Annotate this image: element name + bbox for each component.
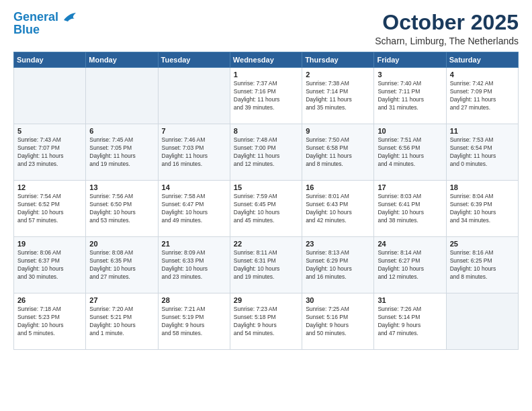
logo: General Blue (13, 11, 78, 37)
day-info: Sunrise: 8:06 AM Sunset: 6:37 PM Dayligh… (17, 249, 82, 281)
week-row-1: 5Sunrise: 7:43 AM Sunset: 7:07 PM Daylig… (14, 124, 519, 181)
logo-blue: Blue (13, 23, 78, 37)
day-info: Sunrise: 7:56 AM Sunset: 6:50 PM Dayligh… (89, 193, 154, 225)
logo-general: General (13, 10, 58, 24)
calendar-table: SundayMondayTuesdayWednesdayThursdayFrid… (13, 52, 519, 350)
day-number: 12 (17, 183, 82, 191)
day-number: 9 (306, 127, 370, 135)
week-row-3: 19Sunrise: 8:06 AM Sunset: 6:37 PM Dayli… (14, 237, 519, 293)
calendar-header-row: SundayMondayTuesdayWednesdayThursdayFrid… (14, 52, 519, 68)
header-tuesday: Tuesday (158, 52, 230, 68)
day-info: Sunrise: 8:03 AM Sunset: 6:41 PM Dayligh… (378, 193, 442, 225)
day-info: Sunrise: 8:11 AM Sunset: 6:31 PM Dayligh… (234, 249, 298, 281)
day-info: Sunrise: 7:37 AM Sunset: 7:16 PM Dayligh… (234, 80, 298, 112)
logo-text: General (13, 11, 78, 24)
calendar-cell: 23Sunrise: 8:13 AM Sunset: 6:29 PM Dayli… (302, 237, 374, 293)
day-number: 1 (234, 71, 298, 79)
day-info: Sunrise: 7:46 AM Sunset: 7:03 PM Dayligh… (162, 136, 226, 169)
day-info: Sunrise: 8:09 AM Sunset: 6:33 PM Dayligh… (162, 249, 226, 281)
calendar-cell: 11Sunrise: 7:53 AM Sunset: 6:54 PM Dayli… (446, 124, 518, 181)
calendar-cell: 19Sunrise: 8:06 AM Sunset: 6:37 PM Dayli… (14, 237, 86, 293)
day-info: Sunrise: 8:08 AM Sunset: 6:35 PM Dayligh… (89, 249, 154, 281)
location-subtitle: Scharn, Limburg, The Netherlands (375, 36, 519, 46)
calendar-cell: 12Sunrise: 7:54 AM Sunset: 6:52 PM Dayli… (14, 181, 86, 237)
day-number: 24 (378, 240, 442, 248)
day-number: 28 (162, 296, 226, 304)
day-info: Sunrise: 7:45 AM Sunset: 7:05 PM Dayligh… (89, 136, 154, 169)
day-info: Sunrise: 7:43 AM Sunset: 7:07 PM Dayligh… (17, 136, 82, 169)
day-info: Sunrise: 7:21 AM Sunset: 5:19 PM Dayligh… (162, 306, 226, 338)
day-info: Sunrise: 7:51 AM Sunset: 6:56 PM Dayligh… (378, 136, 442, 169)
calendar-header: General Blue October 2025 Scharn, Limbur… (13, 11, 519, 46)
calendar-cell: 18Sunrise: 8:04 AM Sunset: 6:39 PM Dayli… (446, 181, 518, 237)
day-number: 3 (378, 71, 442, 79)
day-info: Sunrise: 7:40 AM Sunset: 7:11 PM Dayligh… (378, 80, 442, 112)
title-block: October 2025 Scharn, Limburg, The Nether… (375, 11, 519, 46)
calendar-cell: 10Sunrise: 7:51 AM Sunset: 6:56 PM Dayli… (374, 124, 446, 181)
calendar-cell: 5Sunrise: 7:43 AM Sunset: 7:07 PM Daylig… (14, 124, 86, 181)
day-info: Sunrise: 8:01 AM Sunset: 6:43 PM Dayligh… (306, 193, 370, 225)
day-info: Sunrise: 7:58 AM Sunset: 6:47 PM Dayligh… (162, 193, 226, 225)
day-info: Sunrise: 7:18 AM Sunset: 5:23 PM Dayligh… (17, 306, 82, 338)
header-wednesday: Wednesday (230, 52, 302, 68)
calendar-cell: 29Sunrise: 7:23 AM Sunset: 5:18 PM Dayli… (230, 293, 302, 350)
day-number: 8 (234, 127, 298, 135)
day-number: 13 (89, 183, 154, 191)
header-friday: Friday (374, 52, 446, 68)
calendar-cell (158, 68, 230, 124)
calendar-cell: 1Sunrise: 7:37 AM Sunset: 7:16 PM Daylig… (230, 68, 302, 124)
calendar-cell: 31Sunrise: 7:26 AM Sunset: 5:14 PM Dayli… (374, 293, 446, 350)
calendar-cell: 6Sunrise: 7:45 AM Sunset: 7:05 PM Daylig… (86, 124, 158, 181)
day-info: Sunrise: 8:04 AM Sunset: 6:39 PM Dayligh… (450, 193, 515, 225)
day-number: 15 (234, 183, 298, 191)
header-monday: Monday (86, 52, 158, 68)
day-number: 5 (17, 127, 82, 135)
calendar-cell: 2Sunrise: 7:38 AM Sunset: 7:14 PM Daylig… (302, 68, 374, 124)
day-info: Sunrise: 7:26 AM Sunset: 5:14 PM Dayligh… (378, 306, 442, 338)
calendar-cell: 4Sunrise: 7:42 AM Sunset: 7:09 PM Daylig… (446, 68, 518, 124)
day-info: Sunrise: 7:23 AM Sunset: 5:18 PM Dayligh… (234, 306, 298, 338)
month-title: October 2025 (375, 11, 519, 34)
day-info: Sunrise: 7:25 AM Sunset: 5:16 PM Dayligh… (306, 306, 370, 338)
day-number: 25 (450, 240, 515, 248)
day-info: Sunrise: 7:48 AM Sunset: 7:00 PM Dayligh… (234, 136, 298, 169)
day-number: 26 (17, 296, 82, 304)
day-number: 7 (162, 127, 226, 135)
day-number: 30 (306, 296, 370, 304)
calendar-cell: 25Sunrise: 8:16 AM Sunset: 6:25 PM Dayli… (446, 237, 518, 293)
calendar-cell: 22Sunrise: 8:11 AM Sunset: 6:31 PM Dayli… (230, 237, 302, 293)
calendar-cell: 26Sunrise: 7:18 AM Sunset: 5:23 PM Dayli… (14, 293, 86, 350)
calendar-cell: 7Sunrise: 7:46 AM Sunset: 7:03 PM Daylig… (158, 124, 230, 181)
calendar-cell: 13Sunrise: 7:56 AM Sunset: 6:50 PM Dayli… (86, 181, 158, 237)
day-info: Sunrise: 8:16 AM Sunset: 6:25 PM Dayligh… (450, 249, 515, 281)
day-number: 6 (89, 127, 154, 135)
day-number: 19 (17, 240, 82, 248)
header-sunday: Sunday (14, 52, 86, 68)
day-info: Sunrise: 7:42 AM Sunset: 7:09 PM Dayligh… (450, 80, 515, 112)
day-number: 27 (89, 296, 154, 304)
day-number: 4 (450, 71, 515, 79)
day-number: 21 (162, 240, 226, 248)
day-number: 14 (162, 183, 226, 191)
calendar-cell: 21Sunrise: 8:09 AM Sunset: 6:33 PM Dayli… (158, 237, 230, 293)
day-number: 11 (450, 127, 515, 135)
day-info: Sunrise: 8:13 AM Sunset: 6:29 PM Dayligh… (306, 249, 370, 281)
day-number: 10 (378, 127, 442, 135)
calendar-container: General Blue October 2025 Scharn, Limbur… (0, 0, 532, 357)
day-number: 31 (378, 296, 442, 304)
calendar-cell: 9Sunrise: 7:50 AM Sunset: 6:58 PM Daylig… (302, 124, 374, 181)
day-info: Sunrise: 8:14 AM Sunset: 6:27 PM Dayligh… (378, 249, 442, 281)
day-number: 23 (306, 240, 370, 248)
day-number: 16 (306, 183, 370, 191)
calendar-cell: 24Sunrise: 8:14 AM Sunset: 6:27 PM Dayli… (374, 237, 446, 293)
day-info: Sunrise: 7:20 AM Sunset: 5:21 PM Dayligh… (89, 306, 154, 338)
day-number: 2 (306, 71, 370, 79)
calendar-cell: 20Sunrise: 8:08 AM Sunset: 6:35 PM Dayli… (86, 237, 158, 293)
day-info: Sunrise: 7:50 AM Sunset: 6:58 PM Dayligh… (306, 136, 370, 169)
day-number: 29 (234, 296, 298, 304)
calendar-cell: 14Sunrise: 7:58 AM Sunset: 6:47 PM Dayli… (158, 181, 230, 237)
calendar-cell: 15Sunrise: 7:59 AM Sunset: 6:45 PM Dayli… (230, 181, 302, 237)
calendar-cell: 3Sunrise: 7:40 AM Sunset: 7:11 PM Daylig… (374, 68, 446, 124)
logo-bird-icon (62, 12, 77, 23)
day-info: Sunrise: 7:53 AM Sunset: 6:54 PM Dayligh… (450, 136, 515, 169)
